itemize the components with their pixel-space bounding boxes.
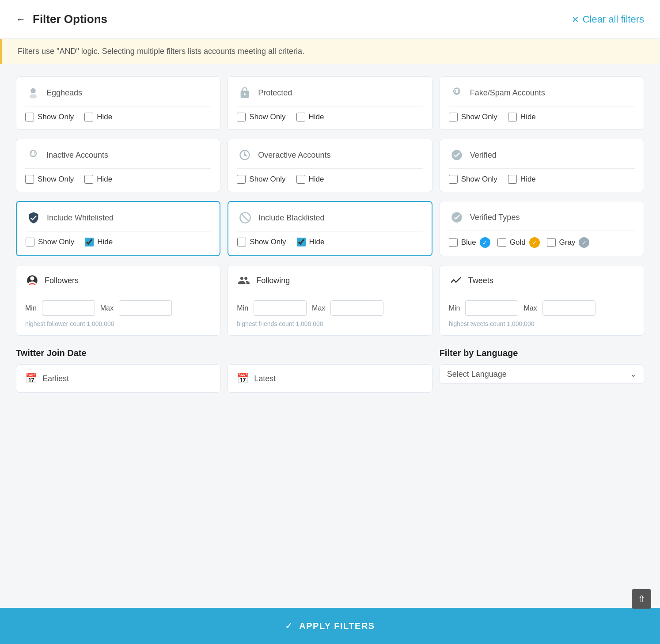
back-button[interactable]: ←: [16, 14, 26, 25]
followers-inputs: Min Max: [25, 300, 211, 316]
filter-verified-types-header: Verified Types: [449, 209, 635, 231]
eggheads-hide-checkbox[interactable]: [84, 113, 93, 121]
whitelisted-hide-checkbox[interactable]: [85, 238, 94, 246]
svg-point-7: [34, 152, 35, 154]
verified-type-gray-checkbox[interactable]: [547, 238, 556, 247]
apply-check-icon: ✓: [285, 620, 293, 632]
filter-verified: Verified Show Only Hide: [440, 139, 644, 192]
verified-type-gray[interactable]: Gray ✓: [547, 237, 590, 248]
verified-hide-label: Hide: [520, 175, 536, 184]
scroll-up-button[interactable]: ⇧: [632, 589, 651, 609]
verified-show-only-checkbox[interactable]: [449, 175, 458, 184]
clear-x-icon: ✕: [572, 14, 579, 25]
eggheads-show-only[interactable]: Show Only: [25, 113, 74, 121]
followers-max-label: Max: [100, 304, 114, 312]
verified-type-gold-checkbox[interactable]: [497, 238, 506, 247]
latest-date[interactable]: 📅 Latest: [228, 364, 432, 393]
fake-spam-icon: [449, 85, 465, 101]
protected-show-only[interactable]: Show Only: [237, 113, 285, 121]
verified-type-gold[interactable]: Gold ✓: [497, 237, 540, 248]
eggheads-show-only-label: Show Only: [38, 113, 74, 121]
fake-spam-show-only[interactable]: Show Only: [449, 113, 497, 121]
date-section-title: Twitter Join Date: [16, 348, 432, 358]
following-hint: highest friends count 1,000,000: [237, 320, 423, 327]
filter-verified-header: Verified: [449, 147, 635, 169]
fake-spam-show-only-checkbox[interactable]: [449, 113, 458, 121]
blacklisted-show-only-checkbox[interactable]: [237, 238, 246, 246]
blacklisted-icon: [237, 210, 253, 226]
verified-types-label: Verified Types: [470, 213, 520, 222]
following-label: Following: [256, 276, 290, 285]
svg-point-1: [30, 95, 37, 98]
latest-label: Latest: [254, 374, 276, 383]
fake-spam-hide[interactable]: Hide: [508, 113, 536, 121]
earliest-date[interactable]: 📅 Earliest: [16, 364, 220, 393]
blacklisted-show-only[interactable]: Show Only: [237, 238, 286, 246]
stat-tweets-header: Tweets: [449, 273, 635, 293]
following-max-label: Max: [312, 304, 325, 312]
inactive-options: Show Only Hide: [25, 175, 211, 184]
inactive-show-only-checkbox[interactable]: [25, 175, 34, 184]
whitelisted-show-only-checkbox[interactable]: [26, 238, 34, 246]
tweets-min-input[interactable]: [465, 300, 518, 316]
stat-followers-header: Followers: [25, 273, 211, 293]
following-max-input[interactable]: [330, 300, 383, 316]
stat-following: Following Min Max highest friends count …: [228, 265, 432, 336]
inactive-hide[interactable]: Hide: [84, 175, 112, 184]
protected-show-only-checkbox[interactable]: [237, 113, 246, 121]
filter-protected-header: Protected: [237, 85, 423, 106]
protected-hide-checkbox[interactable]: [296, 113, 305, 121]
filter-blacklisted: Include Blacklisted Show Only Hide: [228, 201, 432, 256]
verified-types-options: Blue ✓ Gold ✓ Gray ✓: [449, 237, 635, 248]
apply-filters-bar[interactable]: ✓ APPLY FILTERS: [0, 608, 660, 644]
tweets-max-input[interactable]: [542, 300, 596, 316]
fake-spam-hide-checkbox[interactable]: [508, 113, 517, 121]
inactive-show-only[interactable]: Show Only: [25, 175, 74, 184]
verified-type-blue-checkbox[interactable]: [449, 238, 458, 247]
blacklisted-hide[interactable]: Hide: [297, 238, 325, 246]
blacklisted-hide-checkbox[interactable]: [297, 238, 306, 246]
language-section: Filter by Language Select Language ⌄: [440, 348, 644, 393]
clear-filters-button[interactable]: ✕ Clear all filters: [572, 14, 644, 25]
svg-point-5: [30, 151, 36, 157]
earliest-label: Earliest: [42, 374, 69, 383]
verified-type-blue[interactable]: Blue ✓: [449, 237, 490, 248]
protected-hide[interactable]: Hide: [296, 113, 324, 121]
overactive-hide[interactable]: Hide: [296, 175, 324, 184]
language-select-text: Select Language: [447, 370, 507, 379]
tweets-inputs: Min Max: [449, 300, 635, 316]
stat-tweets: Tweets Min Max highest tweets count 1,00…: [440, 265, 644, 336]
eggheads-show-only-checkbox[interactable]: [25, 113, 34, 121]
eggheads-hide-label: Hide: [97, 113, 112, 121]
whitelisted-icon: [26, 210, 42, 226]
protected-show-only-label: Show Only: [249, 113, 285, 121]
overactive-show-only-checkbox[interactable]: [237, 175, 246, 184]
whitelisted-show-only-label: Show Only: [38, 238, 74, 246]
protected-options: Show Only Hide: [237, 113, 423, 121]
verified-type-gray-label: Gray: [559, 238, 576, 247]
eggheads-hide[interactable]: Hide: [84, 113, 112, 121]
inactive-hide-checkbox[interactable]: [84, 175, 93, 184]
whitelisted-hide[interactable]: Hide: [85, 238, 113, 246]
followers-label: Followers: [45, 276, 79, 285]
apply-filters-label: APPLY FILTERS: [299, 621, 375, 631]
verified-show-only[interactable]: Show Only: [449, 175, 497, 184]
verified-hide[interactable]: Hide: [508, 175, 536, 184]
filter-eggheads: Eggheads Show Only Hide: [16, 76, 220, 130]
overactive-hide-checkbox[interactable]: [296, 175, 305, 184]
verified-hide-checkbox[interactable]: [508, 175, 517, 184]
tweets-label: Tweets: [468, 276, 493, 285]
clear-filters-label: Clear all filters: [583, 14, 644, 25]
whitelisted-show-only[interactable]: Show Only: [26, 238, 74, 246]
blue-badge: ✓: [480, 237, 490, 248]
followers-min-input[interactable]: [42, 300, 95, 316]
overactive-show-only[interactable]: Show Only: [237, 175, 285, 184]
following-min-input[interactable]: [254, 300, 307, 316]
header-left: ← Filter Options: [16, 12, 107, 26]
followers-icon: [25, 273, 39, 288]
followers-max-input[interactable]: [119, 300, 172, 316]
language-select[interactable]: Select Language ⌄: [440, 364, 644, 384]
info-banner: Filters use "AND" logic. Selecting multi…: [0, 39, 660, 64]
filter-inactive-header: Inactive Accounts: [25, 147, 211, 169]
info-banner-text: Filters use "AND" logic. Selecting multi…: [18, 47, 304, 56]
